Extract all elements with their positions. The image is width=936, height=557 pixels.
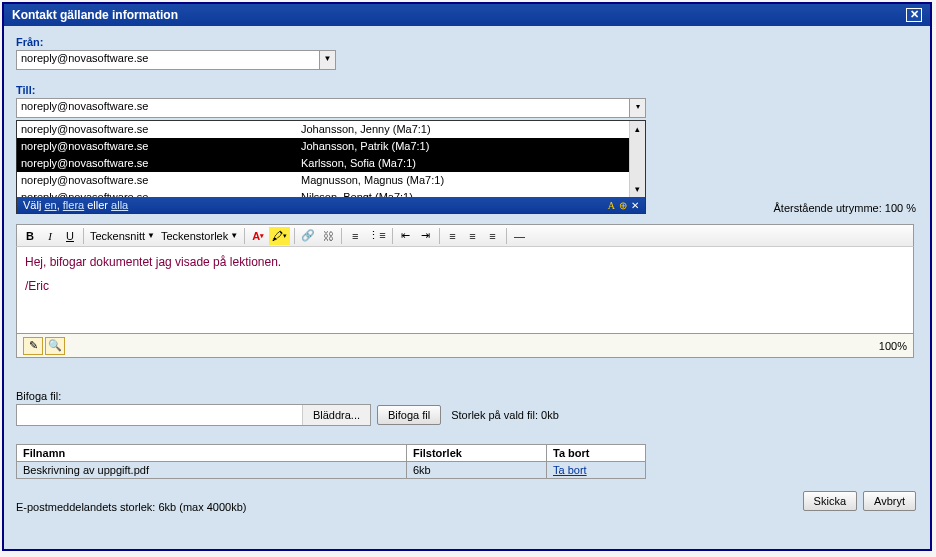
scroll-down-icon[interactable]: ▾ (630, 181, 645, 197)
attach-label: Bifoga fil: (16, 390, 918, 402)
dialog-actions: Skicka Avbryt (803, 491, 916, 511)
zoom-value: 100% (879, 340, 907, 352)
cell-filesize: 6kb (407, 462, 547, 479)
to-input[interactable]: noreply@novasoftware.se ▾ (16, 98, 646, 118)
highlight-button[interactable]: 🖍▾ (269, 227, 290, 245)
col-filename: Filnamn (17, 445, 407, 462)
indent-button[interactable]: ⇥ (417, 227, 435, 245)
unlink-button[interactable]: ⛓ (319, 227, 337, 245)
dropdown-option[interactable]: noreply@novasoftware.se Nilsson, Bengt (… (17, 189, 645, 197)
file-path-input[interactable] (17, 405, 302, 425)
separator (506, 228, 507, 244)
font-size-select[interactable]: Teckenstorlek▼ (159, 230, 240, 242)
cancel-button[interactable]: Avbryt (863, 491, 916, 511)
chevron-down-icon[interactable]: ▼ (319, 51, 335, 69)
to-value: noreply@novasoftware.se (21, 100, 148, 112)
ordered-list-button[interactable]: ≡ (346, 227, 364, 245)
from-section: Från: noreply@novasoftware.se ▼ (16, 36, 918, 70)
underline-button[interactable]: U (61, 227, 79, 245)
to-dropdown: noreply@novasoftware.se Johansson, Jenny… (16, 120, 646, 214)
separator (392, 228, 393, 244)
zoom-button[interactable]: 🔍 (45, 337, 65, 355)
email-size-text: E-postmeddelandets storlek: 6kb (max 400… (16, 501, 918, 513)
dropdown-scrollbar[interactable]: ▴ ▾ (629, 121, 645, 197)
table-row: Beskrivning av uppgift.pdf 6kb Ta bort (17, 462, 646, 479)
close-dropdown-icon[interactable]: ✕ (631, 200, 639, 211)
remove-link[interactable]: Ta bort (553, 464, 587, 476)
font-color-button[interactable]: A▾ (249, 227, 267, 245)
option-name: Johansson, Patrik (Ma7:1) (301, 139, 641, 154)
attach-button[interactable]: Bifoga fil (377, 405, 441, 425)
close-icon[interactable]: ✕ (906, 8, 922, 22)
file-input[interactable]: Bläddra... (16, 404, 371, 426)
col-remove: Ta bort (547, 445, 646, 462)
col-filesize: Filstorlek (407, 445, 547, 462)
browse-button[interactable]: Bläddra... (302, 405, 370, 425)
dropdown-footer: Välj en, flera eller alla A ⊕ ✕ (17, 197, 645, 213)
attachments-table: Filnamn Filstorlek Ta bort Beskrivning a… (16, 444, 646, 479)
separator (244, 228, 245, 244)
option-email: noreply@novasoftware.se (21, 173, 301, 188)
option-name: Magnusson, Magnus (Ma7:1) (301, 173, 641, 188)
separator (341, 228, 342, 244)
content-area: Från: noreply@novasoftware.se ▼ Till: no… (4, 26, 930, 523)
dropdown-option[interactable]: noreply@novasoftware.se Johansson, Jenny… (17, 121, 645, 138)
pin-icon[interactable]: ⊕ (619, 200, 627, 211)
unordered-list-button[interactable]: ⋮≡ (366, 227, 387, 245)
from-label: Från: (16, 36, 918, 48)
cell-filename: Beskrivning av uppgift.pdf (17, 462, 407, 479)
option-name: Nilsson, Bengt (Ma7:1) (301, 190, 641, 197)
option-name: Karlsson, Sofia (Ma7:1) (301, 156, 641, 171)
separator (83, 228, 84, 244)
dialog-window: Kontakt gällande information ✕ Från: nor… (2, 2, 932, 551)
editor-footer: ✎ 🔍 100% (16, 334, 914, 358)
editor-toolbar: B I U Teckensnitt▼ Teckenstorlek▼ A▾ 🖍▾ … (16, 224, 914, 246)
select-many-link[interactable]: flera (63, 199, 84, 211)
option-name: Johansson, Jenny (Ma7:1) (301, 122, 641, 137)
option-email: noreply@novasoftware.se (21, 139, 301, 154)
to-label: Till: (16, 84, 918, 96)
select-hint: Välj en, flera eller alla (23, 199, 128, 211)
chevron-down-icon[interactable]: ▾ (629, 99, 645, 117)
italic-button[interactable]: I (41, 227, 59, 245)
to-section: Till: noreply@novasoftware.se ▾ noreply@… (16, 84, 918, 118)
editor-line: /Eric (25, 279, 905, 293)
option-email: noreply@novasoftware.se (21, 190, 301, 197)
dropdown-list: noreply@novasoftware.se Johansson, Jenny… (17, 121, 645, 197)
message-editor[interactable]: Hej, bifogar dokumentet jag visade på le… (16, 246, 914, 334)
font-icon[interactable]: A (608, 200, 615, 211)
dropdown-option[interactable]: noreply@novasoftware.se Johansson, Patri… (17, 138, 645, 155)
option-email: noreply@novasoftware.se (21, 122, 301, 137)
dropdown-tools: A ⊕ ✕ (608, 200, 639, 211)
font-family-select[interactable]: Teckensnitt▼ (88, 230, 157, 242)
remaining-space: Återstående utrymme: 100 % (774, 202, 916, 214)
outdent-button[interactable]: ⇤ (397, 227, 415, 245)
titlebar: Kontakt gällande information ✕ (4, 4, 930, 26)
hr-button[interactable]: — (511, 227, 529, 245)
from-select[interactable]: noreply@novasoftware.se ▼ (16, 50, 336, 70)
attach-section: Bifoga fil: Bläddra... Bifoga fil Storle… (16, 390, 918, 513)
from-value: noreply@novasoftware.se (21, 52, 148, 64)
scroll-up-icon[interactable]: ▴ (630, 121, 645, 137)
window-title: Kontakt gällande information (12, 8, 178, 22)
option-email: noreply@novasoftware.se (21, 156, 301, 171)
edit-mode-button[interactable]: ✎ (23, 337, 43, 355)
select-all-link[interactable]: alla (111, 199, 128, 211)
align-left-button[interactable]: ≡ (444, 227, 462, 245)
dropdown-option[interactable]: noreply@novasoftware.se Karlsson, Sofia … (17, 155, 645, 172)
align-center-button[interactable]: ≡ (464, 227, 482, 245)
select-one-link[interactable]: en (44, 199, 56, 211)
separator (439, 228, 440, 244)
editor-line: Hej, bifogar dokumentet jag visade på le… (25, 255, 905, 269)
send-button[interactable]: Skicka (803, 491, 857, 511)
link-button[interactable]: 🔗 (299, 227, 317, 245)
align-right-button[interactable]: ≡ (484, 227, 502, 245)
separator (294, 228, 295, 244)
bold-button[interactable]: B (21, 227, 39, 245)
selected-file-size: Storlek på vald fil: 0kb (451, 409, 559, 421)
dropdown-option[interactable]: noreply@novasoftware.se Magnusson, Magnu… (17, 172, 645, 189)
